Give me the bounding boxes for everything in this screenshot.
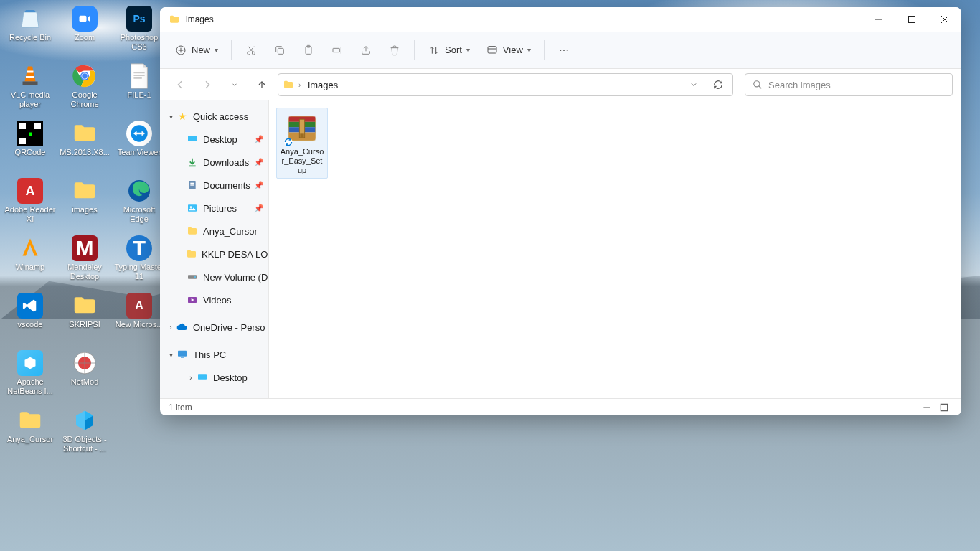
netbeans-icon: [16, 349, 44, 377]
desktop-icon-label: SKRIPSI: [69, 320, 100, 329]
rar-icon: [285, 111, 319, 146]
close-button[interactable]: [928, 7, 961, 32]
desktop-icon-apache-netbeans-i-[interactable]: Apache NetBeans I...: [3, 347, 57, 405]
svg-point-40: [194, 276, 196, 278]
desktop-icon-winamp[interactable]: Winamp: [3, 232, 57, 290]
desktop-icon-adobe-reader-xi[interactable]: AAdobe Reader XI: [3, 175, 57, 232]
title-bar[interactable]: images: [160, 7, 961, 32]
file-pane[interactable]: Anya_Cursor_Easy_Setup: [269, 100, 961, 398]
separator: [231, 40, 232, 60]
search-input[interactable]: [768, 80, 945, 90]
svg-point-30: [563, 50, 565, 51]
rename-button[interactable]: [324, 37, 351, 63]
desktop-icon-teamviewer[interactable]: TeamViewer: [112, 118, 166, 175]
svg-rect-33: [188, 136, 197, 141]
window-title: images: [186, 14, 214, 24]
minimize-button[interactable]: [862, 7, 895, 32]
breadcrumb[interactable]: images: [305, 78, 341, 92]
desktop-icon-label: Winamp: [16, 263, 44, 272]
up-button[interactable]: [250, 73, 273, 96]
chevron-down-icon: ▾: [166, 113, 176, 121]
file-explorer-window: images New ▾ Sort ▾ View ▾: [160, 7, 961, 415]
back-button[interactable]: [169, 73, 192, 96]
desktop-icon-vscode[interactable]: vscode: [3, 290, 57, 347]
more-button[interactable]: [550, 37, 578, 63]
desktop-icon-zoom[interactable]: Zoom: [57, 3, 112, 60]
desktop-icon-typing-master-11[interactable]: TTyping Master 11: [112, 232, 166, 290]
desktop-icon-mendeley-desktop[interactable]: MMendeley Desktop: [57, 232, 112, 290]
drive-icon: [186, 270, 199, 283]
desktop-icon-vlc-media-player[interactable]: VLC media player: [3, 60, 57, 118]
sidebar-item-anya-cursor[interactable]: Anya_Cursor: [160, 220, 268, 242]
file-name: Anya_Cursor_Easy_Setup: [280, 147, 324, 175]
cut-button[interactable]: [237, 37, 265, 63]
sidebar-item-label: Pictures: [203, 203, 237, 214]
search-box[interactable]: [745, 73, 953, 96]
sort-button[interactable]: Sort ▾: [420, 37, 477, 63]
desktop-icon-images[interactable]: images: [57, 175, 112, 232]
share-button[interactable]: [352, 37, 380, 63]
sidebar-item-new-volume-d[interactable]: New Volume (D: [160, 265, 268, 288]
videos-icon: [186, 293, 199, 306]
details-view-button[interactable]: [918, 400, 936, 415]
paste-button[interactable]: [295, 37, 322, 63]
refresh-button[interactable]: [708, 75, 728, 95]
desktop-icon-ms-2013-x8-[interactable]: MS.2013.X8...: [57, 118, 112, 175]
quick-access-label: Quick access: [193, 111, 248, 122]
separator: [414, 40, 415, 60]
desktop-icon-label: Photoshop CS6: [113, 33, 165, 52]
copy-button[interactable]: [266, 37, 293, 63]
paste-icon: [302, 44, 315, 57]
view-button[interactable]: View ▾: [479, 37, 538, 63]
chevron-down-icon: ▾: [215, 46, 218, 54]
file-item[interactable]: Anya_Cursor_Easy_Setup: [276, 108, 328, 179]
sidebar-item-desktop[interactable]: › Desktop: [160, 366, 268, 389]
svg-point-12: [82, 73, 88, 79]
forward-button[interactable]: [196, 73, 219, 96]
desktop-icon-google-chrome[interactable]: Google Chrome: [57, 60, 112, 118]
sidebar-item-pictures[interactable]: Pictures📌: [160, 197, 268, 220]
desktop-icon-label: QRCode: [15, 148, 46, 157]
monitor-icon: [176, 348, 189, 361]
desktop-icon-recycle-bin[interactable]: Recycle Bin: [3, 3, 57, 60]
chevron-right-icon: ›: [166, 324, 176, 331]
maximize-button[interactable]: [895, 7, 928, 32]
sidebar-item-downloads[interactable]: Downloads📌: [160, 151, 268, 174]
svg-rect-51: [300, 133, 304, 138]
desktop-icon-label: Typing Master 11: [113, 263, 165, 281]
rename-icon: [331, 44, 344, 57]
chevron-down-icon: ▾: [527, 46, 531, 54]
desktop-icon-file-1[interactable]: FILE-1: [112, 60, 166, 118]
sidebar-item-desktop[interactable]: Desktop📌: [160, 128, 268, 151]
folder-icon: [283, 79, 294, 90]
svg-rect-2: [23, 82, 38, 85]
desktop-icon-skripsi[interactable]: SKRIPSI: [57, 290, 112, 347]
chevron-right-icon[interactable]: ›: [298, 81, 301, 89]
desktop-icon-photoshop-cs6[interactable]: PsPhotoshop CS6: [112, 3, 166, 60]
sidebar-item-label: KKLP DESA LOR: [202, 249, 268, 260]
sidebar-item-documents[interactable]: Documents📌: [160, 174, 268, 197]
3d-icon: [70, 406, 99, 435]
sidebar-item-label: Desktop: [213, 372, 248, 383]
desktop-icon-qrcode[interactable]: QRCode: [3, 118, 57, 175]
svg-rect-43: [181, 357, 184, 357]
recent-button[interactable]: [223, 73, 246, 96]
sidebar-this-pc[interactable]: ▾ This PC: [160, 343, 268, 366]
pin-icon: 📌: [254, 158, 264, 167]
sidebar-item-kklp-desa-lor[interactable]: KKLP DESA LOR: [160, 242, 268, 265]
address-dropdown[interactable]: [684, 75, 704, 95]
delete-button[interactable]: [381, 37, 408, 63]
desktop-icon-new-micros-[interactable]: ANew Micros...: [112, 290, 166, 347]
desktop-icon-netmod[interactable]: NetMod: [57, 347, 112, 405]
new-button[interactable]: New ▾: [167, 37, 225, 63]
icons-view-button[interactable]: [936, 400, 953, 415]
desktop-icon-microsoft-edge[interactable]: Microsoft Edge: [112, 175, 166, 232]
sidebar-onedrive[interactable]: › OneDrive - Perso: [160, 316, 268, 339]
desktop-icon-anya-cursor[interactable]: Anya_Cursor: [3, 405, 57, 462]
sidebar-item-label: New Volume (D: [203, 272, 268, 283]
downloads-icon: [186, 156, 199, 169]
sidebar-item-videos[interactable]: Videos: [160, 288, 268, 311]
desktop-icon-3d-objects-shortcut-[interactable]: 3D Objects - Shortcut - ...: [57, 405, 112, 462]
address-bar[interactable]: › images: [278, 73, 733, 96]
sidebar-quick-access[interactable]: ▾ ★ Quick access: [160, 105, 268, 128]
